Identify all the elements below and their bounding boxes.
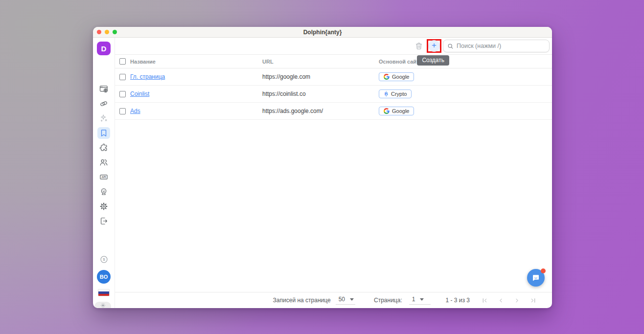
browser-profiles-icon <box>99 84 109 94</box>
annotation-highlight-box: + <box>427 39 441 53</box>
bookmark-name-link[interactable]: Ads <box>130 108 262 114</box>
select-all-checkbox[interactable] <box>119 58 126 65</box>
sidebar-item-bookmarks[interactable] <box>97 127 110 139</box>
create-tooltip: Создать <box>417 55 449 66</box>
minimize-button[interactable] <box>105 30 109 34</box>
automation-sparkles-icon <box>99 113 109 123</box>
gear-icon <box>99 201 109 211</box>
zoom-button[interactable] <box>113 30 117 34</box>
next-page-button[interactable] <box>514 297 520 304</box>
bitcoin-icon: B <box>384 91 389 97</box>
chevron-down-icon <box>350 298 354 301</box>
chat-widget-button[interactable] <box>527 269 545 287</box>
language-flag-russian[interactable] <box>98 289 109 296</box>
proxy-icon <box>99 99 109 109</box>
api-icon: API <box>99 172 109 182</box>
dolphin-logo: D <box>97 42 111 55</box>
bookmark-url: https://ads.google.com/ <box>262 108 379 114</box>
row-checkbox[interactable] <box>119 108 126 114</box>
per-page-label: Записей на странице <box>273 297 331 304</box>
column-header-name: Название <box>130 59 262 65</box>
table-row: Гл. страница https://google.com Google <box>115 68 552 86</box>
close-button[interactable] <box>97 30 101 34</box>
bookmark-name-link[interactable]: Coinlist <box>130 90 262 97</box>
column-header-url: URL <box>262 59 379 65</box>
sidebar-item-settings[interactable] <box>97 200 110 212</box>
bookmark-url: https://coinlist.co <box>262 90 379 97</box>
site-badge: B Crypto <box>379 89 412 98</box>
column-header-site: Основной сайт <box>379 59 552 65</box>
table-header: Название URL Основной сайт <box>115 55 552 68</box>
sun-icon <box>100 303 106 308</box>
crystal-ball-icon <box>99 187 109 197</box>
notification-dot <box>541 268 546 273</box>
sidebar-item-api[interactable]: API <box>97 171 110 183</box>
page-range: 1 - 3 из 3 <box>445 297 470 304</box>
site-badge: Google <box>379 72 414 81</box>
app-window: Dolphin{anty} D <box>93 27 552 308</box>
window-title: Dolphin{anty} <box>93 29 552 36</box>
row-checkbox[interactable] <box>119 74 126 80</box>
user-avatar[interactable]: BO <box>97 270 111 284</box>
search-box <box>443 40 550 52</box>
svg-text:API: API <box>101 176 106 178</box>
puzzle-icon <box>99 143 109 153</box>
per-page-select[interactable]: 50 <box>336 296 355 305</box>
table-row: Ads https://ads.google.com/ Google <box>115 103 552 120</box>
bookmark-url: https://google.com <box>262 73 379 80</box>
row-checkbox[interactable] <box>119 91 126 97</box>
bookmark-name-link[interactable]: Гл. страница <box>130 73 262 80</box>
delete-button[interactable] <box>414 42 423 50</box>
prev-page-button[interactable] <box>498 297 504 304</box>
sidebar: D <box>93 38 115 308</box>
sidebar-item-statuses[interactable] <box>97 186 110 198</box>
main-content: + Создать Название URL Основной сайт <box>115 38 552 308</box>
site-badge: Google <box>379 107 414 115</box>
create-button[interactable]: + <box>428 40 440 52</box>
bookmark-icon <box>99 128 109 138</box>
sidebar-item-team[interactable] <box>97 156 110 168</box>
search-input[interactable] <box>457 43 545 49</box>
logout-icon <box>99 216 109 226</box>
google-logo-icon <box>384 108 390 114</box>
toolbar: + Создать <box>115 38 552 55</box>
page-label: Страница: <box>374 297 402 304</box>
sidebar-item-extensions[interactable] <box>97 142 110 154</box>
pagination-bar: Записей на странице 50 Страница: 1 1 - 3… <box>115 292 552 308</box>
page-select[interactable]: 1 <box>409 296 431 305</box>
sidebar-item-automation[interactable] <box>97 112 110 124</box>
trash-icon <box>414 42 423 50</box>
sidebar-item-proxy[interactable] <box>97 98 110 110</box>
sidebar-item-browser-profiles[interactable] <box>97 83 110 95</box>
chat-bubble-icon <box>530 272 541 283</box>
search-icon <box>447 43 454 49</box>
desktop-background: Dolphin{anty} D <box>0 0 644 334</box>
team-icon <box>99 157 109 167</box>
svg-text:$: $ <box>103 257 105 262</box>
theme-toggle[interactable] <box>94 302 111 308</box>
last-page-button[interactable] <box>530 297 536 304</box>
sidebar-item-logout[interactable] <box>97 215 110 227</box>
chevron-down-icon <box>420 298 424 301</box>
first-page-button[interactable] <box>482 297 488 304</box>
table-row: Coinlist https://coinlist.co B Crypto <box>115 86 552 103</box>
dollar-icon: $ <box>99 255 109 264</box>
balance-button[interactable]: $ <box>99 255 109 264</box>
window-titlebar: Dolphin{anty} <box>93 27 552 38</box>
google-logo-icon <box>384 74 390 80</box>
svg-text:B: B <box>385 91 388 96</box>
